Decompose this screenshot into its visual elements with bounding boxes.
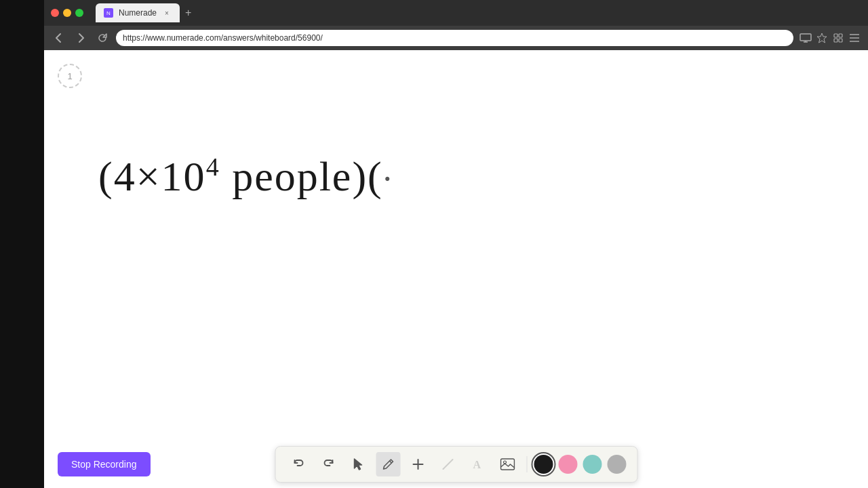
minimize-button[interactable] <box>63 9 71 17</box>
color-pink[interactable] <box>558 455 577 474</box>
color-gray[interactable] <box>607 455 626 474</box>
left-sidebar <box>0 0 44 488</box>
extension-icon[interactable] <box>831 31 845 45</box>
drawing-toolbar: A <box>275 446 637 483</box>
tab-bar: N Numerade × + <box>96 3 861 22</box>
select-tool-button[interactable] <box>346 452 370 476</box>
window-controls <box>51 9 83 17</box>
title-bar: N Numerade × + <box>44 0 868 26</box>
text-tool-button[interactable]: A <box>465 452 490 476</box>
bottom-area: Stop Recording <box>44 441 868 488</box>
address-bar[interactable] <box>116 30 793 46</box>
tab-title: Numerade <box>119 8 157 18</box>
svg-rect-17 <box>500 459 514 470</box>
svg-rect-4 <box>834 34 837 37</box>
toolbar-divider <box>526 456 527 472</box>
svg-rect-0 <box>800 34 811 41</box>
redo-button[interactable] <box>316 452 340 476</box>
svg-text:A: A <box>473 459 481 470</box>
screen-icon <box>799 31 812 45</box>
svg-line-15 <box>443 460 452 469</box>
pen-tool-button[interactable] <box>376 452 400 476</box>
back-button[interactable] <box>51 30 67 46</box>
eraser-tool-button[interactable] <box>435 452 460 476</box>
svg-marker-3 <box>817 33 827 43</box>
browser-icons <box>799 31 861 45</box>
svg-rect-5 <box>839 34 842 37</box>
whiteboard-canvas[interactable]: (4×104 people)(· <box>44 50 868 488</box>
close-button[interactable] <box>51 9 59 17</box>
browser-window: N Numerade × + <box>44 0 868 488</box>
page-content: 1 (4×104 people)(· Stop Recording <box>44 50 868 488</box>
svg-line-12 <box>389 461 391 463</box>
menu-icon[interactable] <box>848 31 861 45</box>
color-green[interactable] <box>583 455 601 474</box>
refresh-button[interactable] <box>94 30 111 46</box>
tab-close-button[interactable]: × <box>162 8 172 18</box>
add-tool-button[interactable] <box>406 452 430 476</box>
new-tab-button[interactable]: + <box>180 7 197 19</box>
image-tool-button[interactable] <box>495 452 519 476</box>
star-icon[interactable] <box>815 31 829 45</box>
svg-rect-6 <box>834 39 837 42</box>
stop-recording-button[interactable]: Stop Recording <box>58 452 151 476</box>
tab-favicon: N <box>104 8 113 18</box>
svg-marker-11 <box>354 459 361 470</box>
maximize-button[interactable] <box>75 9 83 17</box>
forward-button[interactable] <box>73 30 89 46</box>
color-black[interactable] <box>534 455 553 474</box>
math-expression: (4×104 people)(· <box>98 155 393 197</box>
active-tab[interactable]: N Numerade × <box>96 3 180 22</box>
svg-rect-7 <box>839 39 842 42</box>
nav-bar <box>44 26 868 50</box>
undo-button[interactable] <box>286 452 311 476</box>
